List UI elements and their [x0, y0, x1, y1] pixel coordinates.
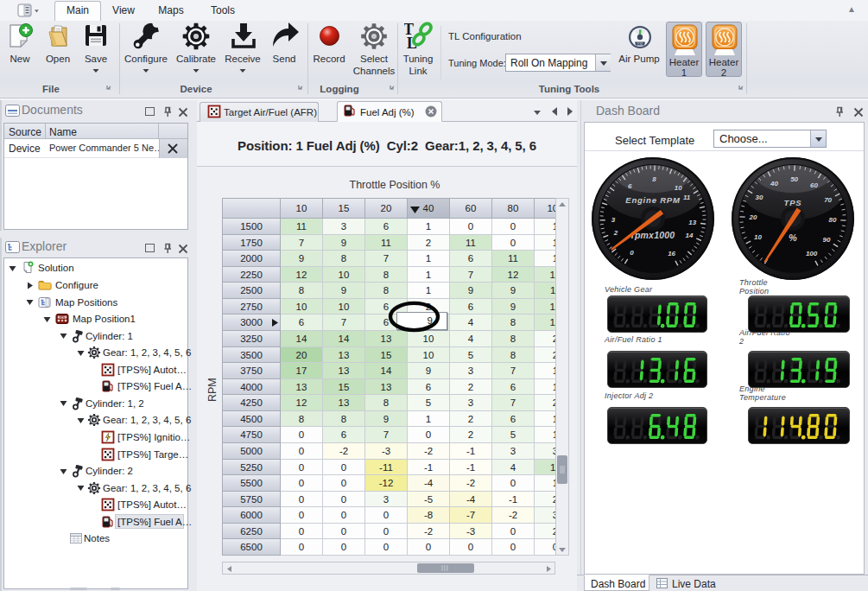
svg-text:10: 10: [675, 184, 682, 192]
svg-text:8: 8: [652, 175, 656, 183]
svg-text:11: 11: [683, 194, 691, 201]
svg-text:40: 40: [770, 180, 778, 187]
svg-text:Engine RPM: Engine RPM: [625, 195, 681, 205]
svg-text:2: 2: [613, 229, 618, 237]
svg-text:PSI: PSI: [637, 41, 643, 46]
svg-text:100: 100: [806, 250, 818, 257]
svg-text:50: 50: [790, 175, 798, 183]
svg-text:0: 0: [630, 249, 634, 257]
svg-text:80: 80: [829, 216, 837, 224]
svg-text:3: 3: [611, 216, 616, 224]
svg-text:30: 30: [756, 194, 763, 201]
svg-text:16: 16: [668, 250, 675, 257]
svg-text:SPD: SPD: [59, 315, 66, 319]
svg-text:90: 90: [823, 236, 831, 244]
svg-text:70: 70: [824, 196, 832, 204]
svg-text:TPS: TPS: [784, 198, 802, 207]
svg-text:20: 20: [749, 213, 757, 221]
svg-text:13: 13: [688, 219, 696, 226]
svg-text:10: 10: [754, 233, 762, 241]
svg-text:60: 60: [810, 181, 818, 189]
svg-text:14: 14: [685, 232, 693, 239]
svg-text:6: 6: [628, 182, 632, 190]
svg-text:%: %: [789, 232, 797, 243]
